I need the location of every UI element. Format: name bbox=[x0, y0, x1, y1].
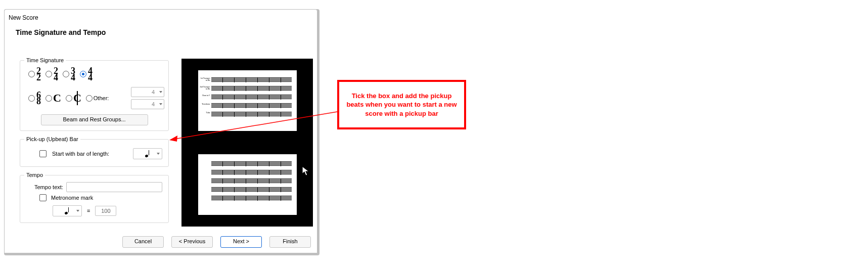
page-heading: Time Signature and Tempo bbox=[5, 23, 317, 38]
part-label: 1st Trumpet in Bb bbox=[199, 77, 210, 81]
preview-page-2 bbox=[198, 154, 297, 215]
tempo-group: Tempo Tempo text: Metronome mark = 100 bbox=[20, 172, 169, 223]
annotation-text: Tick the box and add the pickup beats wh… bbox=[344, 92, 459, 118]
timesig-3-4-radio[interactable]: 3 4 bbox=[63, 68, 75, 80]
timesig-2-2-radio[interactable]: 2 2 bbox=[28, 68, 41, 80]
pickup-checkbox-label: Start with bar of length: bbox=[52, 151, 109, 157]
timesig-4-4-radio[interactable]: 4 4 bbox=[80, 68, 93, 80]
timesig-3-4-icon: 3 4 bbox=[71, 68, 75, 80]
new-score-dialog: New Score Time Signature and Tempo Time … bbox=[4, 9, 317, 253]
timesig-cut-radio[interactable]: C bbox=[66, 93, 81, 104]
other-denominator-spinner[interactable]: 4 bbox=[131, 99, 164, 109]
cancel-button[interactable]: Cancel bbox=[122, 236, 164, 248]
part-label: 2nd Trumpet in Bb bbox=[199, 86, 210, 90]
score-preview: 1st Trumpet in Bb 2nd Trumpet in Bb Horn… bbox=[181, 59, 313, 227]
pickup-bar-group: Pick-up (Upbeat) Bar Start with bar of l… bbox=[20, 136, 169, 167]
part-label: Horn in F bbox=[199, 95, 210, 97]
left-column: Time Signature 2 2 2 4 bbox=[20, 57, 169, 228]
previous-button[interactable]: < Previous bbox=[171, 236, 213, 248]
timesig-6-8-radio[interactable]: 6 8 bbox=[28, 92, 41, 105]
metronome-checkbox[interactable] bbox=[39, 194, 47, 201]
part-label: Trombone bbox=[199, 103, 210, 105]
wizard-button-bar: Cancel < Previous Next > Finish bbox=[5, 236, 312, 248]
quarter-note-icon bbox=[65, 207, 70, 214]
other-label: Other: bbox=[94, 95, 109, 101]
timesig-2-4-radio[interactable]: 2 4 bbox=[45, 68, 58, 80]
dialog-shadow: New Score Time Signature and Tempo Time … bbox=[4, 9, 319, 255]
finish-button[interactable]: Finish bbox=[269, 236, 311, 248]
annotation-callout: Tick the box and add the pickup beats wh… bbox=[337, 80, 466, 129]
tempo-legend: Tempo bbox=[24, 172, 45, 178]
metronome-checkbox-label: Metronome mark bbox=[51, 195, 93, 201]
timesig-other-radio[interactable]: Other: bbox=[86, 95, 111, 102]
quarter-note-icon bbox=[145, 150, 150, 157]
time-signature-legend: Time Signature bbox=[24, 57, 66, 63]
common-time-icon: C bbox=[53, 93, 61, 104]
preview-page-1: 1st Trumpet in Bb 2nd Trumpet in Bb Horn… bbox=[198, 70, 297, 131]
part-label: Tuba bbox=[199, 112, 210, 114]
timesig-2-2-icon: 2 2 bbox=[36, 68, 41, 80]
next-button[interactable]: Next > bbox=[220, 236, 262, 248]
pickup-legend: Pick-up (Upbeat) Bar bbox=[24, 136, 80, 142]
equals-label: = bbox=[87, 208, 90, 214]
tempo-text-input[interactable] bbox=[66, 182, 162, 192]
pickup-length-combo[interactable] bbox=[133, 148, 162, 159]
other-numerator-spinner[interactable]: 4 bbox=[131, 87, 164, 97]
time-signature-group: Time Signature 2 2 2 4 bbox=[20, 57, 169, 131]
timesig-6-8-icon: 6 8 bbox=[36, 92, 41, 105]
beam-rest-groups-button[interactable]: Beam and Rest Groups... bbox=[41, 114, 148, 125]
window-title: New Score bbox=[5, 10, 317, 23]
metronome-note-combo[interactable] bbox=[53, 205, 82, 216]
timesig-common-radio[interactable]: C bbox=[45, 93, 61, 104]
timesig-4-4-icon: 4 4 bbox=[88, 68, 93, 80]
cut-time-icon: C bbox=[73, 93, 81, 104]
pickup-checkbox[interactable] bbox=[39, 150, 47, 157]
tempo-text-label: Tempo text: bbox=[34, 184, 63, 190]
bpm-input[interactable]: 100 bbox=[95, 206, 116, 216]
timesig-2-4-icon: 2 4 bbox=[54, 68, 58, 80]
